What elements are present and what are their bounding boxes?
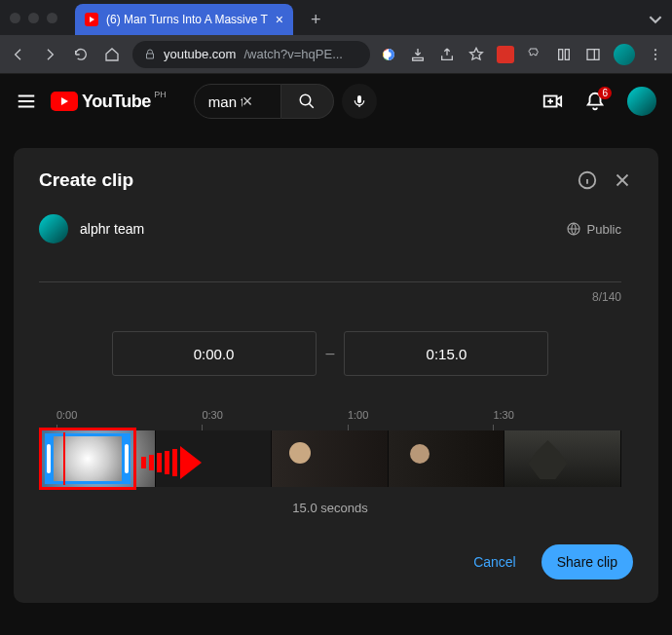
youtube-favicon	[85, 13, 98, 26]
start-time-input[interactable]: 0:00.0	[112, 331, 317, 376]
maximize-window-dot[interactable]	[47, 13, 57, 23]
youtube-play-icon	[51, 92, 78, 111]
microphone-icon	[352, 93, 367, 109]
search-button[interactable]	[281, 84, 334, 119]
svg-rect-4	[565, 49, 569, 59]
close-window-dot[interactable]	[10, 13, 20, 23]
side-panel-icon[interactable]	[584, 46, 602, 63]
svg-point-9	[654, 57, 656, 59]
svg-line-11	[310, 103, 315, 108]
timeline-thumbnail	[504, 430, 621, 487]
close-icon[interactable]	[612, 169, 633, 191]
svg-rect-3	[559, 49, 563, 59]
clip-timeline[interactable]: 0:00 0:30 1:00 1:30	[39, 409, 621, 515]
svg-point-7	[654, 49, 656, 51]
new-tab-button[interactable]: +	[311, 10, 321, 30]
svg-rect-12	[357, 95, 361, 103]
notifications-button[interactable]: 6	[584, 91, 606, 112]
clip-title-input[interactable]	[39, 261, 621, 282]
voice-search-button[interactable]	[342, 84, 377, 119]
url-path: /watch?v=hqPE...	[243, 47, 343, 61]
browser-titlebar: (6) Man Turns Into A Massive T × +	[0, 0, 672, 35]
share-clip-button[interactable]: Share clip	[541, 544, 633, 579]
end-time-input[interactable]: 0:15.0	[344, 331, 548, 376]
user-row: alphr team Public	[39, 208, 621, 261]
clip-selection[interactable]	[39, 428, 136, 490]
bookmark-star-icon[interactable]	[467, 46, 485, 63]
tab-title: (6) Man Turns Into A Massive T	[106, 13, 268, 26]
reading-list-icon[interactable]	[555, 46, 573, 63]
share-icon[interactable]	[438, 46, 456, 63]
notification-badge: 6	[598, 87, 612, 99]
channel-name: alphr team	[80, 221, 554, 237]
panel-title: Create clip	[39, 169, 563, 191]
tick-label: 1:00	[348, 409, 368, 421]
search-value: man tu	[208, 93, 243, 110]
search-input[interactable]: man tu ×	[194, 84, 281, 119]
svg-point-10	[301, 94, 312, 105]
clip-scroll-area[interactable]: alphr team Public 8/140 0:00.0 – 0:15.0 …	[39, 208, 633, 515]
nav-reload-icon[interactable]	[70, 47, 92, 62]
panel-actions: Cancel Share clip	[14, 544, 658, 579]
create-video-icon[interactable]	[541, 91, 563, 112]
browser-menu-icon[interactable]	[647, 46, 664, 63]
selection-handle-right[interactable]	[125, 444, 129, 473]
timeline-strip[interactable]	[39, 430, 621, 487]
timeline-thumbnail	[272, 430, 389, 487]
url-field[interactable]: youtube.com/watch?v=hqPE...	[132, 41, 370, 68]
google-translate-icon[interactable]	[380, 46, 397, 63]
user-avatar[interactable]	[627, 87, 656, 116]
youtube-header: YouTube PH man tu × 6	[0, 74, 672, 129]
browser-tab[interactable]: (6) Man Turns Into A Massive T ×	[75, 4, 293, 35]
nav-home-icon[interactable]	[101, 47, 123, 62]
visibility-selector[interactable]: Public	[566, 221, 621, 237]
tick-label: 0:00	[56, 409, 77, 421]
tick-label: 1:30	[493, 409, 513, 421]
youtube-logo[interactable]: YouTube PH	[51, 92, 151, 112]
extensions-puzzle-icon[interactable]	[526, 46, 543, 63]
minimize-window-dot[interactable]	[28, 13, 39, 23]
tabs-dropdown-icon[interactable]	[649, 13, 662, 26]
tab-close-icon[interactable]: ×	[276, 12, 283, 27]
lock-icon	[144, 49, 156, 60]
browser-address-bar: youtube.com/watch?v=hqPE...	[0, 35, 672, 74]
timeline-ticks: 0:00 0:30 1:00 1:30	[39, 409, 621, 423]
channel-avatar[interactable]	[39, 214, 68, 243]
visibility-label: Public	[587, 222, 621, 237]
globe-icon	[566, 221, 581, 237]
time-range-row: 0:00.0 – 0:15.0	[39, 331, 621, 376]
extension-red-icon[interactable]	[497, 46, 514, 63]
info-icon[interactable]	[577, 169, 598, 191]
nav-back-icon[interactable]	[8, 47, 29, 62]
hamburger-menu-icon[interactable]	[16, 91, 37, 112]
svg-rect-5	[587, 49, 599, 59]
search-icon	[298, 93, 316, 110]
profile-avatar[interactable]	[614, 44, 635, 65]
time-separator: –	[326, 345, 335, 362]
clip-duration: 15.0 seconds	[39, 501, 621, 515]
country-code: PH	[154, 90, 167, 99]
search-clear-icon[interactable]: ×	[243, 92, 277, 112]
create-clip-panel: Create clip alphr team Public 8/140 0:00…	[14, 148, 658, 603]
install-app-icon[interactable]	[409, 46, 427, 63]
char-counter: 8/140	[39, 290, 621, 304]
annotation-arrow	[141, 446, 202, 479]
svg-marker-0	[90, 17, 94, 22]
window-controls	[10, 13, 57, 23]
playhead[interactable]	[63, 432, 65, 485]
timeline-thumbnail	[389, 430, 505, 487]
nav-forward-icon[interactable]	[39, 47, 60, 62]
url-host: youtube.com	[164, 47, 236, 61]
tick-label: 0:30	[202, 409, 222, 421]
youtube-wordmark: YouTube	[82, 92, 151, 112]
svg-point-2	[386, 52, 391, 56]
svg-point-8	[654, 53, 656, 55]
selection-handle-left[interactable]	[47, 444, 51, 473]
cancel-button[interactable]: Cancel	[460, 544, 530, 579]
